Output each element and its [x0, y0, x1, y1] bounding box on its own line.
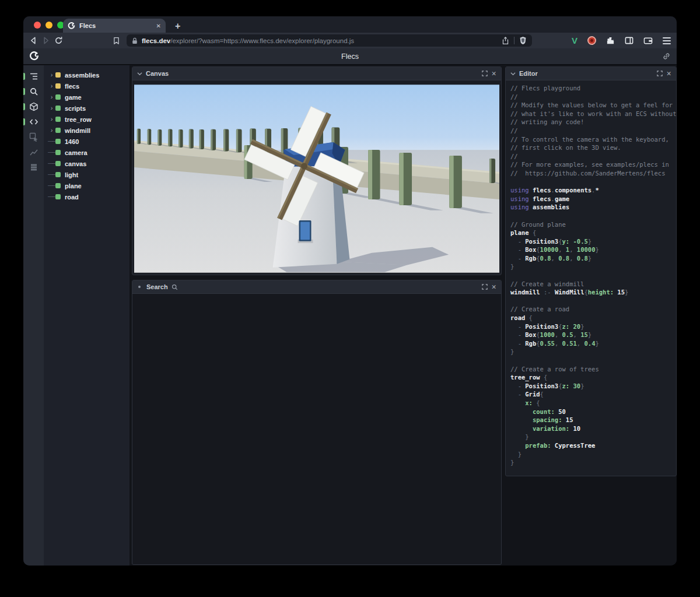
entity-color-square: [55, 83, 61, 89]
close-panel-icon[interactable]: ✕: [491, 283, 496, 290]
share-icon[interactable]: [502, 37, 509, 45]
tree-item-assemblies[interactable]: ›assemblies: [44, 69, 130, 80]
expand-chevron-icon[interactable]: ›: [48, 94, 55, 100]
code-line: - Box{1000, 0.5, 15}: [510, 331, 676, 339]
code-line: windmill :- WindMill{height: 15}: [510, 288, 676, 297]
tree-item-1460[interactable]: ——1460: [44, 136, 130, 147]
collapse-chevron-icon[interactable]: [510, 72, 516, 76]
code-line: - Position3{z: 30}: [510, 382, 676, 391]
code-line: [510, 356, 676, 365]
entity-color-square: [55, 172, 61, 177]
reload-button[interactable]: [54, 36, 63, 46]
tree-item-label: flecs: [65, 83, 79, 90]
code-line: }: [510, 458, 676, 467]
maximize-icon[interactable]: [482, 284, 488, 290]
collapsed-bullet-icon[interactable]: [138, 286, 141, 288]
url-text: flecs.dev/explorer/?wasm=https://www.fle…: [142, 37, 498, 44]
code-line: // For more examples, see examples/plecs…: [510, 160, 676, 169]
entity-color-square: [55, 139, 61, 144]
tree-item-label: canvas: [65, 160, 86, 167]
address-bar[interactable]: flecs.dev/explorer/?wasm=https://www.fle…: [127, 34, 532, 47]
traffic-light-minimize[interactable]: [46, 22, 52, 29]
rows-icon[interactable]: [23, 160, 44, 175]
close-panel-icon[interactable]: ✕: [666, 70, 671, 77]
tree-item-game[interactable]: ›game: [44, 92, 130, 103]
code-line: prefab: CypressTree: [510, 441, 676, 450]
tree-item-camera[interactable]: ——camera: [44, 147, 130, 158]
tab-close-icon[interactable]: ✕: [156, 23, 161, 29]
expand-chevron-icon[interactable]: ›: [48, 116, 55, 122]
chart-icon[interactable]: [23, 145, 44, 160]
extensions-puzzle-icon[interactable]: [606, 36, 615, 45]
search-panel-title: Search: [146, 283, 168, 290]
maximize-icon[interactable]: [657, 71, 663, 76]
code-line: // https://github.com/SanderMertens/flec…: [510, 169, 676, 178]
code-line: //: [510, 152, 676, 161]
code-line: // To control the camera with the keyboa…: [510, 135, 676, 144]
expand-chevron-icon[interactable]: ›: [48, 72, 55, 78]
inspector-icon[interactable]: [23, 129, 44, 145]
flecs-favicon: [68, 22, 75, 30]
code-line: //: [510, 127, 676, 135]
code-line: using assemblies: [510, 203, 676, 212]
tree-item-flecs[interactable]: ›flecs: [44, 80, 130, 92]
entity-color-square: [55, 150, 61, 155]
collapse-chevron-icon[interactable]: [137, 72, 142, 76]
url-host: flecs.dev: [142, 37, 170, 44]
code-icon[interactable]: [23, 114, 44, 129]
code-line: // what it's like to work with an ECS wi…: [510, 110, 676, 118]
menu-icon[interactable]: [663, 37, 671, 44]
expand-chevron-icon[interactable]: ›: [48, 83, 55, 89]
code-editor[interactable]: // Flecs playground//// Modify the value…: [506, 80, 676, 467]
tree-item-scripts[interactable]: ›scripts: [44, 103, 130, 114]
link-icon[interactable]: [662, 52, 671, 61]
tree-item-label: light: [65, 171, 78, 178]
editor-panel-title: Editor: [519, 70, 653, 77]
maximize-icon[interactable]: [482, 71, 488, 76]
sidebar-toggle-icon[interactable]: [625, 36, 634, 45]
canvas-panel-header[interactable]: Canvas ✕: [132, 67, 501, 80]
tree-item-label: windmill: [65, 127, 90, 134]
entity-color-square: [55, 94, 61, 100]
browser-tab[interactable]: Flecs ✕: [63, 19, 166, 33]
code-line: x: {: [510, 399, 676, 408]
tree-item-light[interactable]: ——light: [44, 169, 130, 180]
tree-item-label: road: [65, 194, 79, 201]
traffic-light-close[interactable]: [34, 22, 41, 29]
bookmark-icon[interactable]: [112, 36, 121, 46]
code-line: // Ground plane: [510, 220, 676, 229]
expand-chevron-icon[interactable]: ›: [48, 105, 55, 111]
forward-button[interactable]: [41, 36, 50, 46]
code-line: //: [510, 93, 676, 101]
tree-item-road[interactable]: ——road: [44, 191, 130, 202]
cube-icon[interactable]: [23, 99, 44, 114]
wallet-icon[interactable]: [643, 37, 653, 45]
brave-shield-icon[interactable]: [519, 36, 527, 45]
editor-panel-header[interactable]: Editor ✕: [506, 67, 676, 80]
tree-item-windmill[interactable]: ›windmill: [44, 125, 130, 136]
code-line: - Position3{y: -0.5}: [510, 237, 676, 246]
red-extension-icon[interactable]: [587, 36, 596, 45]
new-tab-button[interactable]: +: [170, 21, 185, 31]
back-button[interactable]: [29, 36, 38, 46]
search-icon[interactable]: [23, 84, 44, 99]
lock-icon: [132, 37, 138, 44]
code-line: // writing any code!: [510, 118, 676, 127]
tree-item-canvas[interactable]: ——canvas: [44, 158, 130, 169]
expand-chevron-icon[interactable]: ›: [48, 127, 55, 134]
tree-item-plane[interactable]: ——plane: [44, 180, 130, 191]
tool-strip: [23, 65, 44, 566]
vue-devtools-icon[interactable]: V: [572, 36, 578, 45]
tab-strip: Flecs ✕ +: [23, 16, 677, 33]
outline-tree-icon[interactable]: [23, 69, 44, 84]
search-panel-header[interactable]: Search ✕: [132, 280, 501, 294]
tree-item-label: camera: [65, 149, 88, 156]
code-line: using flecs.components.*: [510, 186, 676, 195]
code-line: - Rgb{0.8, 0.8, 0.8}: [510, 254, 676, 263]
code-line: // Modify the values below to get a feel…: [510, 101, 676, 110]
search-magnifier-icon: [172, 284, 178, 290]
tree-item-tree_row[interactable]: ›tree_row: [44, 114, 130, 125]
code-line: variation: 10: [510, 424, 676, 433]
3d-viewport[interactable]: [134, 85, 499, 273]
close-panel-icon[interactable]: ✕: [491, 70, 496, 77]
